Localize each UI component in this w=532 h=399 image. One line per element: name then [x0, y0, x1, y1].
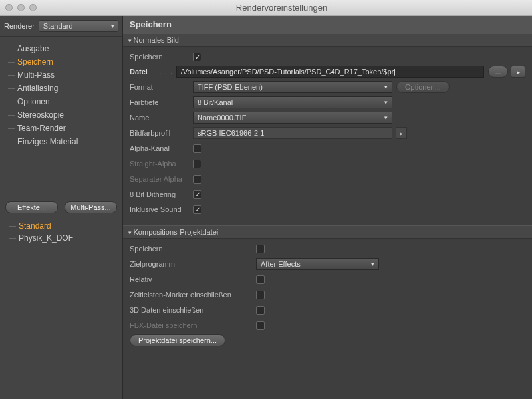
minimize-icon[interactable] [17, 4, 25, 11]
sidebar-item-antialiasing[interactable]: Antialiasing [8, 82, 122, 95]
alpha-checkbox[interactable] [193, 144, 201, 153]
profile-arrow-icon[interactable]: ▸ [396, 127, 407, 139]
render-settings-tree: Ausgabe Speichern Multi-Pass Antialiasin… [0, 37, 122, 198]
relative-label: Relativ [130, 275, 256, 283]
straight-alpha-label: Straight-Alpha [130, 160, 193, 168]
dithering-label: 8 Bit Dithering [130, 190, 193, 198]
name-select[interactable]: Name0000.TIF [193, 112, 392, 124]
options-button[interactable]: Optionen... [396, 81, 450, 93]
sidebar-item-multipass[interactable]: Multi-Pass [8, 68, 122, 82]
dithering-checkbox[interactable] [193, 190, 201, 199]
file-path-input[interactable]: /Volumes/Asanger/PSD/PSD-Tutorials/PSD_C… [176, 66, 484, 78]
renderer-label: Renderer [4, 22, 35, 30]
target-label: Zielprogramm [130, 260, 256, 268]
sound-checkbox[interactable] [193, 205, 201, 214]
preset-standard[interactable]: Standard [9, 220, 122, 232]
multipass-button[interactable]: Multi-Pass... [65, 201, 117, 213]
section-komposition[interactable]: Kompositions-Projektdatei [123, 225, 532, 239]
sidebar-item-ausgabe[interactable]: Ausgabe [8, 42, 122, 55]
profile-label: Bildfarbprofil [130, 129, 193, 137]
play-icon[interactable]: ▸ [511, 66, 525, 78]
sidebar-item-optionen[interactable]: Optionen [8, 95, 122, 108]
depth-label: Farbtiefe [130, 98, 193, 106]
separate-alpha-checkbox [193, 175, 201, 184]
sidebar-item-teamrender[interactable]: Team-Render [8, 122, 122, 135]
save-label: Speichern [130, 53, 193, 61]
depth-select[interactable]: 8 Bit/Kanal [193, 96, 392, 108]
titlebar: Rendervoreinstellungen [0, 0, 532, 16]
format-label: Format [130, 83, 193, 91]
sidebar-item-stereoskopie[interactable]: Stereoskopie [8, 108, 122, 122]
alpha-label: Alpha-Kanal [130, 144, 193, 152]
straight-alpha-checkbox [193, 160, 201, 168]
sidebar: Renderer Standard Ausgabe Speichern Mult… [0, 16, 123, 399]
marker-checkbox[interactable] [256, 291, 265, 299]
sound-label: Inklusive Sound [130, 205, 193, 213]
fbx-checkbox [256, 321, 265, 330]
save-project-button[interactable]: Projektdatei speichern... [130, 334, 225, 346]
dots-icon: . . . [156, 67, 176, 76]
comp-save-checkbox[interactable] [256, 245, 265, 253]
renderer-select[interactable]: Standard [39, 20, 118, 32]
format-select[interactable]: TIFF (PSD-Ebenen) [193, 81, 392, 93]
3d-data-label: 3D Daten einschließen [130, 306, 256, 314]
preset-physik[interactable]: Physik_K_DOF [9, 232, 122, 244]
sidebar-item-speichern[interactable]: Speichern [8, 55, 122, 68]
zoom-icon[interactable] [29, 4, 37, 11]
marker-label: Zeitleisten-Marker einschließen [130, 291, 256, 299]
fbx-label: FBX-Datei speichern [130, 321, 256, 329]
window-controls [5, 4, 37, 11]
panel-header: Speichern [123, 16, 532, 33]
relative-checkbox[interactable] [256, 275, 265, 284]
comp-save-label: Speichern [130, 245, 256, 253]
effects-button[interactable]: Effekte... [5, 201, 58, 213]
section-normales-bild[interactable]: Normales Bild [123, 33, 532, 47]
sidebar-item-material[interactable]: Einziges Material [8, 135, 122, 148]
file-label: Datei [130, 68, 156, 76]
3d-data-checkbox[interactable] [256, 306, 265, 315]
target-select[interactable]: After Effects [256, 258, 379, 270]
separate-alpha-label: Separater Alpha [130, 175, 193, 183]
window-title: Rendervoreinstellungen [37, 3, 527, 13]
main-panel: Speichern Normales Bild Speichern Datei … [123, 16, 532, 399]
name-label: Name [130, 114, 193, 122]
browse-button[interactable]: ... [488, 66, 508, 78]
presets-list: Standard Physik_K_DOF [0, 217, 122, 244]
save-checkbox[interactable] [193, 53, 201, 61]
color-profile-field[interactable]: sRGB IEC61966-2.1 [193, 127, 392, 139]
close-icon[interactable] [5, 4, 13, 11]
